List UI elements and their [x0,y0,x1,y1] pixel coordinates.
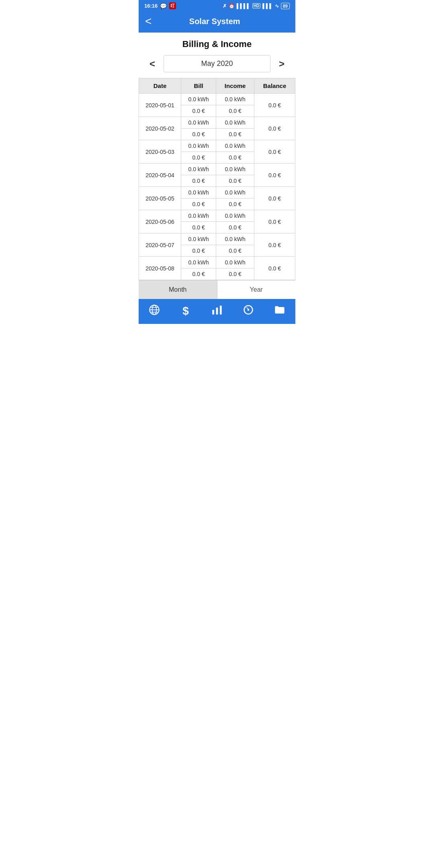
income-eur: 0.0 € [216,268,254,280]
bill-cell: 0.0 kWh0.0 € [181,94,216,117]
balance-cell: 0.0 € [254,117,295,140]
folder-icon [274,304,285,318]
bill-eur: 0.0 € [181,245,216,256]
bill-eur: 0.0 € [181,175,216,186]
bill-kwh: 0.0 kWh [181,140,216,152]
nav-title: Solar System [156,17,274,26]
date-cell: 2020-05-05 [139,187,181,210]
date-cell: 2020-05-07 [139,233,181,257]
date-cell: 2020-05-08 [139,257,181,280]
income-cell: 0.0 kWh0.0 € [216,187,254,210]
date-cell: 2020-05-04 [139,164,181,187]
income-eur: 0.0 € [216,129,254,140]
income-kwh: 0.0 kWh [216,94,254,105]
nav-chart[interactable] [207,303,227,319]
income-cell: 0.0 kWh0.0 € [216,233,254,257]
wifi-icon: ∿ [275,3,279,9]
income-eur: 0.0 € [216,222,254,233]
page-content: Billing & Income < May 2020 > Date Bill … [139,33,295,299]
table-row: 2020-05-020.0 kWh0.0 €0.0 kWh0.0 €0.0 € [139,117,295,140]
bill-kwh: 0.0 kWh [181,164,216,175]
status-left: 16:16 💬 叮 [144,2,176,9]
bill-eur: 0.0 € [181,268,216,280]
nav-bar: < Solar System [139,12,295,33]
svg-rect-7 [220,305,222,314]
balance-cell: 0.0 € [254,164,295,187]
chart-icon [211,304,223,318]
income-cell: 0.0 kWh0.0 € [216,164,254,187]
svg-line-9 [246,307,248,309]
signal2-icon: ▌▌▌ [262,3,273,9]
date-cell: 2020-05-01 [139,94,181,117]
income-cell: 0.0 kWh0.0 € [216,140,254,164]
globe-icon [149,304,160,318]
status-time: 16:16 [144,3,158,9]
month-navigator: < May 2020 > [139,55,295,78]
nav-folder[interactable] [270,303,290,319]
page-title: Billing & Income [139,33,295,55]
status-right: ✗ ⏰ ▌▌▌▌ HD ▌▌▌ ∿ 89 [223,3,290,9]
billing-table: Date Bill Income Balance 2020-05-010.0 k… [139,78,295,280]
income-kwh: 0.0 kWh [216,164,254,175]
table-row: 2020-05-060.0 kWh0.0 €0.0 kWh0.0 €0.0 € [139,210,295,233]
bill-cell: 0.0 kWh0.0 € [181,210,216,233]
income-cell: 0.0 kWh0.0 € [216,94,254,117]
table-row: 2020-05-040.0 kWh0.0 €0.0 kWh0.0 €0.0 € [139,164,295,187]
gauge-icon [243,304,254,318]
balance-cell: 0.0 € [254,140,295,164]
nav-globe[interactable] [144,303,164,319]
next-month-button[interactable]: > [274,58,289,70]
col-balance: Balance [254,78,295,94]
date-cell: 2020-05-02 [139,117,181,140]
income-kwh: 0.0 kWh [216,233,254,245]
bill-eur: 0.0 € [181,222,216,233]
bill-eur: 0.0 € [181,152,216,163]
view-tabs: Month Year [139,280,295,299]
bottom-nav: $ [139,299,295,324]
date-cell: 2020-05-03 [139,140,181,164]
nav-gauge[interactable] [238,303,258,319]
bill-kwh: 0.0 kWh [181,117,216,129]
bill-kwh: 0.0 kWh [181,210,216,222]
table-row: 2020-05-070.0 kWh0.0 €0.0 kWh0.0 €0.0 € [139,233,295,257]
nav-dollar[interactable]: $ [176,303,196,319]
income-cell: 0.0 kWh0.0 € [216,210,254,233]
income-eur: 0.0 € [216,199,254,210]
tab-month[interactable]: Month [139,280,217,299]
col-bill: Bill [181,78,216,94]
bill-kwh: 0.0 kWh [181,233,216,245]
bill-cell: 0.0 kWh0.0 € [181,117,216,140]
balance-cell: 0.0 € [254,94,295,117]
bill-eur: 0.0 € [181,129,216,140]
table-header-row: Date Bill Income Balance [139,78,295,94]
table-row: 2020-05-050.0 kWh0.0 €0.0 kWh0.0 €0.0 € [139,187,295,210]
tab-year[interactable]: Year [217,280,296,299]
svg-point-8 [248,309,250,311]
svg-rect-5 [212,310,214,315]
svg-rect-6 [216,307,218,315]
income-kwh: 0.0 kWh [216,210,254,222]
income-eur: 0.0 € [216,175,254,186]
balance-cell: 0.0 € [254,233,295,257]
current-month-display: May 2020 [164,55,270,72]
prev-month-button[interactable]: < [145,58,160,70]
bill-kwh: 0.0 kWh [181,187,216,199]
bill-cell: 0.0 kWh0.0 € [181,257,216,280]
bluetooth-icon: ✗ [223,3,227,9]
hd-icon: HD [252,3,260,8]
balance-cell: 0.0 € [254,187,295,210]
bill-cell: 0.0 kWh0.0 € [181,187,216,210]
income-cell: 0.0 kWh0.0 € [216,117,254,140]
alarm-icon: ⏰ [229,3,235,9]
income-eur: 0.0 € [216,105,254,117]
income-kwh: 0.0 kWh [216,257,254,268]
income-kwh: 0.0 kWh [216,117,254,129]
col-income: Income [216,78,254,94]
income-eur: 0.0 € [216,152,254,163]
balance-cell: 0.0 € [254,257,295,280]
bill-eur: 0.0 € [181,199,216,210]
income-eur: 0.0 € [216,245,254,256]
back-button[interactable]: < [145,16,156,27]
app-icon: 叮 [169,2,176,9]
battery-icon: 89 [281,3,290,9]
